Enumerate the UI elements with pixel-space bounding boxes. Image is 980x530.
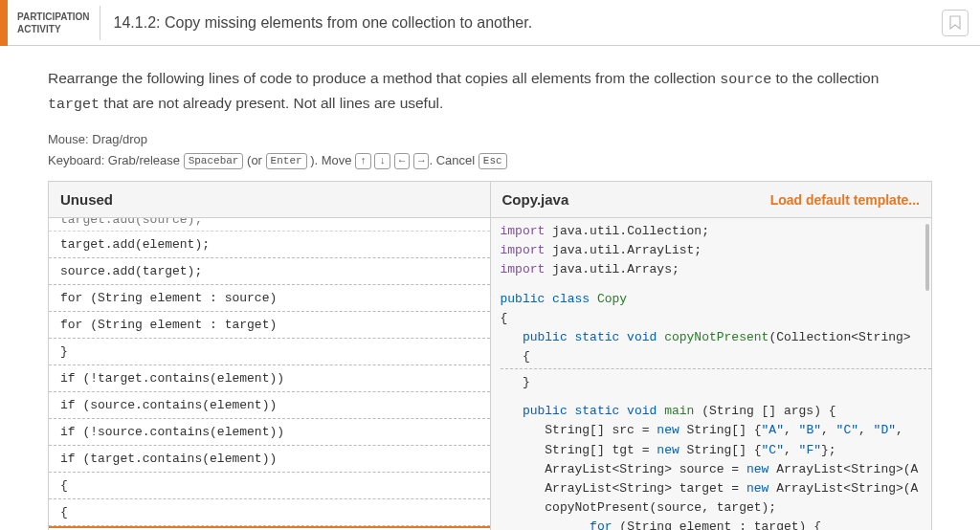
unused-line[interactable]: { [49, 473, 490, 499]
unused-line[interactable]: if (!target.contains(element)) [49, 365, 490, 392]
unused-line[interactable]: if (source.contains(element)) [49, 392, 490, 419]
load-template-link[interactable]: Load default template... [770, 192, 920, 208]
unused-line-peek[interactable]: target.add(source); [49, 218, 490, 232]
unused-line[interactable]: if (target.contains(element)) [49, 446, 490, 473]
mouse-hint: Mouse: Drag/drop [48, 129, 932, 150]
unused-line[interactable]: target.add(element); [49, 232, 490, 258]
code-word-target: target [48, 97, 100, 113]
activity-title: 14.1.2: Copy missing elements from one c… [100, 14, 533, 32]
code-editor[interactable]: import java.util.Collection; import java… [491, 218, 932, 530]
bookmark-icon [948, 15, 962, 31]
key-spacebar: Spacebar [184, 153, 244, 169]
code-word-source: source [720, 72, 771, 88]
unused-line[interactable]: for (String element : source) [49, 285, 490, 312]
bookmark-button[interactable] [942, 10, 969, 36]
unused-line[interactable]: { [49, 499, 490, 526]
key-down: ↓ [374, 153, 390, 169]
unused-panel-header: Unused [49, 182, 490, 218]
unused-line[interactable]: if (!source.contains(element)) [49, 419, 490, 446]
code-panel: Copy.java Load default template... impor… [491, 181, 933, 530]
key-right: → [413, 153, 430, 169]
key-left: ← [394, 153, 411, 169]
scrollbar-thumb[interactable] [925, 224, 929, 291]
unused-line[interactable]: source.add(target); [49, 258, 490, 285]
drag-indicator [49, 526, 490, 528]
code-panel-header: Copy.java Load default template... [491, 182, 932, 218]
unused-line[interactable]: for (String element : target) [49, 312, 490, 339]
activity-header: PARTICIPATION ACTIVITY 14.1.2: Copy miss… [0, 0, 980, 46]
accent-bar [0, 0, 8, 46]
keyboard-hint: Keyboard: Grab/release Spacebar (or Ente… [48, 150, 932, 171]
key-esc: Esc [479, 153, 507, 169]
unused-list[interactable]: target.add(source); target.add(element);… [49, 218, 490, 530]
activity-type-label: PARTICIPATION ACTIVITY [8, 11, 100, 35]
unused-panel: Unused target.add(source); target.add(el… [48, 181, 491, 530]
instructions-text: Rearrange the following lines of code to… [48, 67, 932, 116]
key-up: ↑ [355, 153, 371, 169]
keyboard-hints: Mouse: Drag/drop Keyboard: Grab/release … [48, 129, 932, 171]
key-enter: Enter [266, 153, 307, 169]
unused-line[interactable]: } [49, 339, 490, 365]
